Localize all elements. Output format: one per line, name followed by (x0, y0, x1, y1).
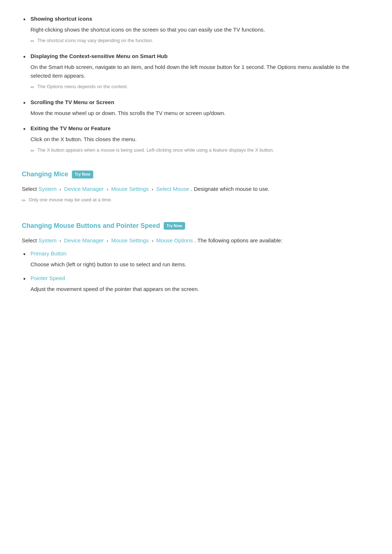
try-now-badge-buttons[interactable]: Try Now (164, 222, 185, 230)
mouse-options-list: Primary Button Choose which (left or rig… (22, 249, 370, 294)
breadcrumb-link-system-buttons[interactable]: System (38, 237, 57, 243)
list-item-context-menu: Displaying the Context-sensitive Menu on… (22, 52, 370, 91)
list-item-scrolling: Scrolling the TV Menu or Screen Move the… (22, 98, 370, 118)
changing-mice-heading-text: Changing Mice (22, 169, 68, 180)
note-showing-shortcut: ✏ The shortcut icons may vary depending … (30, 37, 370, 45)
note-changing-mice: ✏ Only one mouse may be used at a time. (22, 196, 370, 205)
changing-mice-breadcrumb: Select System › Device Manager › Mouse S… (22, 185, 370, 193)
breadcrumb-sep-1-buttons: › (60, 238, 61, 243)
note-icon-exiting: ✏ (30, 147, 34, 155)
changing-mouse-buttons-section: Changing Mouse Buttons and Pointer Speed… (22, 221, 370, 294)
changing-mice-heading: Changing Mice Try Now (22, 169, 370, 180)
breadcrumb-suffix-mice: . Designate which mouse to use. (191, 186, 270, 192)
changing-mouse-buttons-heading: Changing Mouse Buttons and Pointer Speed… (22, 221, 370, 231)
note-text-exiting: The X button appears when a mouse is bei… (37, 147, 274, 154)
list-item-body-showing-shortcut: Right-clicking shows the shortcut icons … (30, 25, 370, 34)
breadcrumb-link-device-manager-buttons[interactable]: Device Manager (64, 237, 104, 243)
breadcrumb-link-mouse-options[interactable]: Mouse Options (156, 237, 193, 243)
note-text-mice: Only one mouse may be used at a time. (29, 196, 112, 204)
list-item-title-scrolling: Scrolling the TV Menu or Screen (30, 98, 370, 107)
breadcrumb-link-mouse-settings-mice[interactable]: Mouse Settings (111, 186, 148, 192)
note-text-context-menu: The Options menu depends on the context. (37, 83, 128, 91)
breadcrumb-link-mouse-settings-buttons[interactable]: Mouse Settings (111, 237, 148, 243)
list-item-showing-shortcut: Showing shortcut icons Right-clicking sh… (22, 15, 370, 45)
list-item-body-exiting: Click on the X button. This closes the m… (30, 135, 370, 144)
list-item-title-exiting: Exiting the TV Menu or Feature (30, 124, 370, 133)
pointer-speed-link[interactable]: Pointer Speed (30, 275, 65, 281)
try-now-badge-mice[interactable]: Try Now (72, 171, 93, 178)
breadcrumb-prefix-mice: Select (22, 186, 38, 192)
note-text-showing-shortcut: The shortcut icons may vary depending on… (37, 37, 153, 45)
breadcrumb-sep-3-mice: › (152, 186, 153, 192)
breadcrumb-sep-1-mice: › (60, 186, 61, 192)
changing-mice-section: Changing Mice Try Now Select System › De… (22, 169, 370, 205)
primary-button-body: Choose which (left or right) button to u… (30, 260, 370, 269)
breadcrumb-link-select-mouse[interactable]: Select Mouse (156, 186, 189, 192)
breadcrumb-sep-2-mice: › (107, 186, 108, 192)
note-exiting: ✏ The X button appears when a mouse is b… (30, 147, 370, 155)
list-item-body-scrolling: Move the mouse wheel up or down. This sc… (30, 109, 370, 118)
note-icon-showing-shortcut: ✏ (30, 38, 34, 45)
list-item-title-showing-shortcut: Showing shortcut icons (30, 15, 370, 23)
list-item-title-context-menu: Displaying the Context-sensitive Menu on… (30, 52, 370, 61)
pointer-speed-body: Adjust the movement speed of the pointer… (30, 285, 370, 294)
list-item-primary-button: Primary Button Choose which (left or rig… (22, 249, 370, 269)
feature-list: Showing shortcut icons Right-clicking sh… (22, 15, 370, 155)
list-item-body-context-menu: On the Smart Hub screen, navigate to an … (30, 63, 370, 80)
breadcrumb-link-system-mice[interactable]: System (38, 186, 57, 192)
breadcrumb-sep-3-buttons: › (152, 238, 153, 243)
primary-button-link[interactable]: Primary Button (30, 250, 66, 257)
note-icon-context-menu: ✏ (30, 84, 34, 91)
note-icon-mice: ✏ (22, 197, 26, 205)
note-context-menu: ✏ The Options menu depends on the contex… (30, 83, 370, 91)
breadcrumb-link-device-manager-mice[interactable]: Device Manager (64, 186, 104, 192)
breadcrumb-sep-2-buttons: › (107, 238, 108, 243)
intro-bullet-section: Showing shortcut icons Right-clicking sh… (22, 15, 370, 155)
changing-mouse-buttons-heading-text: Changing Mouse Buttons and Pointer Speed (22, 221, 160, 231)
list-item-exiting: Exiting the TV Menu or Feature Click on … (22, 124, 370, 155)
list-item-pointer-speed: Pointer Speed Adjust the movement speed … (22, 274, 370, 294)
breadcrumb-prefix-buttons: Select (22, 237, 38, 243)
breadcrumb-suffix-buttons: . The following options are available: (195, 237, 282, 243)
changing-mouse-buttons-breadcrumb: Select System › Device Manager › Mouse S… (22, 236, 370, 245)
